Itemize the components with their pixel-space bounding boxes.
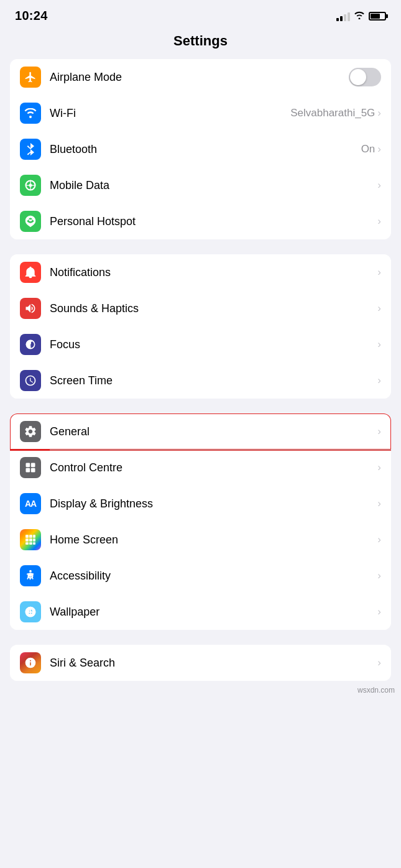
status-icons (336, 11, 386, 22)
screen-time-row[interactable]: Screen Time › (10, 362, 391, 399)
display-brightness-icon: AA (20, 493, 41, 514)
notifications-row[interactable]: Notifications › (10, 254, 391, 290)
siri-group: Siri & Search › (10, 645, 391, 681)
wifi-value: Selvabharathi_5G (290, 107, 375, 119)
wifi-icon (20, 103, 41, 124)
svg-rect-16 (33, 542, 35, 545)
wifi-right: Selvabharathi_5G › (290, 107, 381, 119)
wallpaper-row[interactable]: Wallpaper › (10, 594, 391, 630)
svg-rect-12 (29, 538, 32, 542)
focus-icon (20, 334, 41, 355)
focus-right: › (377, 338, 381, 351)
notifications-label: Notifications (50, 266, 377, 279)
bluetooth-icon (20, 139, 41, 160)
siri-search-label: Siri & Search (50, 657, 377, 670)
general-right: › (377, 425, 381, 438)
mobile-data-row[interactable]: Mobile Data › (10, 167, 391, 203)
sounds-haptics-label: Sounds & Haptics (50, 302, 377, 315)
home-screen-chevron-icon: › (377, 533, 381, 546)
svg-rect-5 (31, 463, 35, 468)
wallpaper-right: › (377, 606, 381, 618)
svg-rect-6 (26, 468, 30, 473)
connectivity-group: Airplane Mode Wi-Fi Selvabharathi_5G › (10, 59, 391, 239)
wifi-chevron-icon: › (377, 107, 381, 119)
airplane-mode-icon (20, 67, 41, 88)
notifications-group: Notifications › Sounds & Haptics › Focus (10, 254, 391, 399)
wifi-label: Wi-Fi (50, 107, 290, 120)
screen-time-label: Screen Time (50, 374, 377, 387)
focus-row[interactable]: Focus › (10, 326, 391, 362)
sounds-haptics-chevron-icon: › (377, 302, 381, 315)
personal-hotspot-row[interactable]: Personal Hotspot › (10, 203, 391, 239)
home-screen-label: Home Screen (50, 533, 377, 547)
status-bar: 10:24 (0, 0, 401, 28)
signal-bars-icon (336, 11, 350, 21)
svg-rect-4 (26, 463, 30, 468)
airplane-mode-toggle-area (349, 68, 381, 86)
general-label: General (50, 425, 377, 438)
accessibility-row[interactable]: Accessibility › (10, 558, 391, 594)
control-centre-label: Control Centre (50, 461, 377, 474)
wallpaper-chevron-icon: › (377, 606, 381, 618)
notifications-right: › (377, 266, 381, 279)
personal-hotspot-label: Personal Hotspot (50, 215, 377, 228)
screen-time-chevron-icon: › (377, 374, 381, 387)
airplane-mode-label: Airplane Mode (50, 71, 349, 84)
general-chevron-icon: › (377, 425, 381, 438)
bluetooth-chevron-icon: › (377, 143, 381, 155)
page-title: Settings (0, 28, 401, 59)
battery-icon (369, 12, 386, 21)
svg-rect-9 (29, 535, 32, 538)
siri-search-row[interactable]: Siri & Search › (10, 645, 391, 681)
personal-hotspot-icon (20, 211, 41, 232)
notifications-icon (20, 262, 41, 283)
personal-hotspot-right: › (377, 215, 381, 228)
focus-label: Focus (50, 338, 377, 351)
control-centre-icon (20, 457, 41, 478)
svg-rect-8 (25, 535, 29, 538)
bluetooth-right: On › (361, 143, 381, 155)
accessibility-label: Accessibility (50, 570, 377, 583)
control-centre-row[interactable]: Control Centre › (10, 450, 391, 486)
sounds-haptics-icon (20, 298, 41, 319)
focus-chevron-icon: › (377, 338, 381, 351)
accessibility-chevron-icon: › (377, 570, 381, 582)
svg-rect-11 (25, 538, 29, 542)
bluetooth-value: On (361, 143, 376, 155)
notifications-chevron-icon: › (377, 266, 381, 279)
mobile-data-right: › (377, 179, 381, 192)
siri-search-right: › (377, 657, 381, 669)
sounds-haptics-row[interactable]: Sounds & Haptics › (10, 290, 391, 326)
control-centre-right: › (377, 461, 381, 474)
bluetooth-label: Bluetooth (50, 143, 361, 156)
siri-search-chevron-icon: › (377, 657, 381, 669)
svg-rect-13 (33, 538, 35, 542)
accessibility-icon (20, 565, 41, 586)
display-brightness-right: › (377, 497, 381, 510)
general-row[interactable]: General › (10, 413, 391, 450)
mobile-data-label: Mobile Data (50, 179, 377, 192)
personal-hotspot-chevron-icon: › (377, 215, 381, 228)
airplane-mode-row[interactable]: Airplane Mode (10, 59, 391, 95)
control-centre-chevron-icon: › (377, 461, 381, 474)
screen-time-right: › (377, 374, 381, 387)
wallpaper-label: Wallpaper (50, 606, 377, 619)
home-screen-row[interactable]: Home Screen › (10, 522, 391, 558)
svg-rect-10 (33, 535, 35, 538)
status-time: 10:24 (15, 9, 48, 23)
display-brightness-chevron-icon: › (377, 497, 381, 510)
mobile-data-icon (20, 175, 41, 196)
screen-time-icon (20, 370, 41, 391)
svg-rect-14 (25, 542, 29, 545)
siri-icon (20, 652, 41, 673)
airplane-mode-toggle[interactable] (349, 68, 381, 86)
bluetooth-row[interactable]: Bluetooth On › (10, 131, 391, 167)
watermark: wsxdn.com (0, 686, 401, 698)
display-brightness-row[interactable]: AA Display & Brightness › (10, 486, 391, 522)
svg-point-17 (29, 570, 32, 573)
wifi-status-icon (354, 11, 365, 22)
sounds-haptics-right: › (377, 302, 381, 315)
wifi-row[interactable]: Wi-Fi Selvabharathi_5G › (10, 95, 391, 131)
home-screen-icon (20, 529, 41, 550)
home-screen-right: › (377, 533, 381, 546)
